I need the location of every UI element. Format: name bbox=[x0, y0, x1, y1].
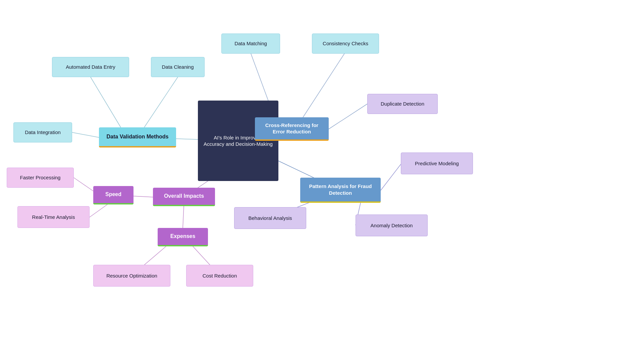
cost-reduction-node[interactable]: Cost Reduction bbox=[186, 265, 253, 287]
data-matching-node[interactable]: Data Matching bbox=[221, 34, 280, 54]
realtime-analysis-node[interactable]: Real-Time Analysis bbox=[17, 206, 90, 228]
pattern-analysis-node[interactable]: Pattern Analysis for Fraud Detection bbox=[300, 178, 381, 203]
svg-line-15 bbox=[74, 178, 93, 191]
center-node: AI's Role in Improving Accuracy and Deci… bbox=[198, 101, 278, 181]
svg-line-14 bbox=[183, 206, 184, 228]
anomaly-detection-node[interactable]: Anomaly Detection bbox=[356, 215, 428, 236]
expenses-node[interactable]: Expenses bbox=[158, 228, 208, 246]
predictive-modeling-node[interactable]: Predictive Modeling bbox=[401, 153, 473, 174]
behavioral-analysis-node[interactable]: Behavioral Analysis bbox=[234, 207, 306, 229]
svg-line-16 bbox=[90, 204, 107, 217]
svg-line-1 bbox=[91, 77, 121, 127]
overall-impacts-node[interactable]: Overall Impacts bbox=[153, 188, 215, 206]
automated-data-entry-node[interactable]: Automated Data Entry bbox=[52, 57, 129, 77]
faster-processing-node[interactable]: Faster Processing bbox=[7, 168, 74, 188]
cross-ref-node[interactable]: Cross-Referencing for Error Reduction bbox=[255, 117, 329, 141]
data-validation-node[interactable]: Data Validation Methods bbox=[99, 127, 176, 147]
data-cleaning-node[interactable]: Data Cleaning bbox=[151, 57, 205, 77]
svg-line-2 bbox=[144, 77, 178, 127]
duplicate-detection-node[interactable]: Duplicate Detection bbox=[367, 94, 438, 114]
svg-line-9 bbox=[381, 164, 401, 190]
svg-line-6 bbox=[302, 52, 345, 119]
svg-line-3 bbox=[72, 132, 99, 137]
data-integration-node[interactable]: Data Integration bbox=[13, 122, 72, 142]
speed-node[interactable]: Speed bbox=[93, 186, 133, 204]
consistency-checks-node[interactable]: Consistency Checks bbox=[312, 34, 379, 54]
resource-optimization-node[interactable]: Resource Optimization bbox=[93, 265, 170, 287]
svg-line-7 bbox=[329, 104, 367, 129]
